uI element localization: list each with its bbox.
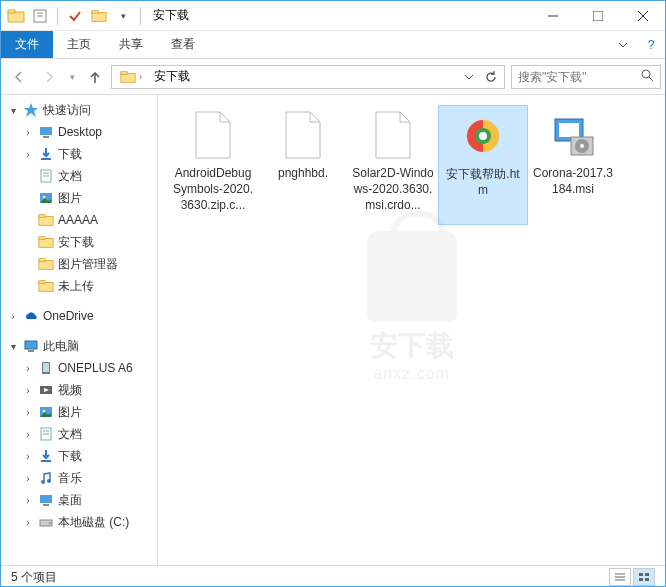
sidebar-anxz[interactable]: ›安下载	[1, 231, 157, 253]
address-dropdown-icon[interactable]	[458, 66, 480, 88]
file-label: Solar2D-Windows-2020.3630.msi.crdo...	[352, 165, 434, 213]
star-icon	[22, 101, 40, 119]
sidebar-oneplus[interactable]: ›ONEPLUS A6	[1, 357, 157, 379]
sidebar-thispc[interactable]: ▾此电脑	[1, 335, 157, 357]
main: ▾快速访问 ›Desktop ›下载 ›文档 ›图片 ›AAAAA ›安下载 ›…	[1, 95, 665, 565]
download-icon	[37, 145, 55, 163]
ribbon-tab-file[interactable]: 文件	[1, 31, 53, 58]
file-item[interactable]: pnghhbd.	[258, 105, 348, 225]
svg-rect-18	[43, 136, 49, 138]
blank-file-icon	[187, 109, 239, 161]
sidebar-desktop2[interactable]: ›桌面	[1, 489, 157, 511]
maximize-button[interactable]	[575, 1, 620, 31]
up-button[interactable]	[81, 63, 109, 91]
label: Desktop	[58, 125, 102, 139]
search-icon[interactable]	[641, 69, 654, 85]
label: 下载	[58, 448, 82, 465]
sidebar-downloads[interactable]: ›下载	[1, 143, 157, 165]
folder-icon[interactable]	[5, 5, 27, 27]
ribbon-tab-home[interactable]: 主页	[53, 31, 105, 58]
help-icon[interactable]: ?	[637, 31, 665, 58]
svg-rect-33	[25, 341, 37, 349]
file-label: 安下载帮助.htm	[443, 166, 523, 198]
picture-icon	[37, 189, 55, 207]
back-button[interactable]	[5, 63, 33, 91]
label: ONEPLUS A6	[58, 361, 133, 375]
svg-rect-17	[40, 127, 52, 135]
file-item[interactable]: AndroidDebugSymbols-2020.3630.zip.c...	[168, 105, 258, 225]
svg-rect-26	[39, 215, 45, 218]
sidebar-documents2[interactable]: ›文档	[1, 423, 157, 445]
sidebar-aaaaa[interactable]: ›AAAAA	[1, 209, 157, 231]
details-view-button[interactable]	[609, 568, 631, 586]
address-crumb[interactable]: 安下载	[148, 66, 196, 88]
search-input[interactable]	[518, 70, 637, 84]
svg-rect-31	[39, 282, 53, 291]
qat-dropdown-icon[interactable]: ▾	[112, 5, 134, 27]
ribbon-tab-share[interactable]: 共享	[105, 31, 157, 58]
svg-rect-12	[121, 73, 135, 82]
label: 下载	[58, 146, 82, 163]
desktop-icon	[37, 123, 55, 141]
file-item[interactable]: Solar2D-Windows-2020.3630.msi.crdo...	[348, 105, 438, 225]
svg-rect-48	[43, 504, 49, 506]
sidebar-downloads2[interactable]: ›下载	[1, 445, 157, 467]
address-bar[interactable]: › 安下载	[111, 65, 505, 89]
ribbon-expand-icon[interactable]	[609, 31, 637, 58]
view-buttons	[609, 568, 655, 586]
sidebar-notuploaded[interactable]: ›未上传	[1, 275, 157, 297]
label: 未上传	[58, 278, 94, 295]
folder-icon	[37, 255, 55, 273]
watermark-text2: anxz.com	[367, 365, 457, 383]
svg-rect-36	[43, 363, 49, 372]
sidebar-onedrive[interactable]: ›OneDrive	[1, 305, 157, 327]
svg-point-53	[479, 132, 487, 140]
minimize-button[interactable]	[530, 1, 575, 31]
svg-rect-65	[645, 578, 649, 581]
sidebar-music[interactable]: ›音乐	[1, 467, 157, 489]
address-folder-icon[interactable]: ›	[114, 66, 148, 88]
forward-button[interactable]	[35, 63, 63, 91]
svg-rect-30	[39, 259, 45, 262]
folder-small-icon[interactable]	[88, 5, 110, 27]
file-item[interactable]: 安下载帮助.htm	[438, 105, 528, 225]
svg-line-15	[649, 77, 653, 81]
check-icon[interactable]	[64, 5, 86, 27]
file-label: AndroidDebugSymbols-2020.3630.zip.c...	[172, 165, 254, 213]
blank-file-icon	[277, 109, 329, 161]
sidebar-localdisk[interactable]: ›本地磁盘 (C:)	[1, 511, 157, 533]
refresh-button[interactable]	[480, 66, 502, 88]
svg-point-58	[580, 144, 584, 148]
desktop-icon	[37, 491, 55, 509]
sidebar-pictures[interactable]: ›图片	[1, 187, 157, 209]
label: 音乐	[58, 470, 82, 487]
sidebar-documents[interactable]: ›文档	[1, 165, 157, 187]
ribbon-tab-view[interactable]: 查看	[157, 31, 209, 58]
folder-icon	[37, 277, 55, 295]
svg-rect-29	[39, 260, 53, 269]
svg-rect-55	[559, 123, 579, 137]
titlebar: ▾ 安下载	[1, 1, 665, 31]
svg-rect-8	[593, 11, 603, 21]
search-box[interactable]	[511, 65, 661, 89]
sidebar-quick-access[interactable]: ▾快速访问	[1, 99, 157, 121]
svg-rect-6	[92, 10, 98, 13]
history-dropdown-icon[interactable]: ▾	[65, 63, 79, 91]
icons-view-button[interactable]	[633, 568, 655, 586]
properties-icon[interactable]	[29, 5, 51, 27]
sidebar-desktop[interactable]: ›Desktop	[1, 121, 157, 143]
video-icon	[37, 381, 55, 399]
sidebar-videos[interactable]: ›视频	[1, 379, 157, 401]
sidebar-pictures2[interactable]: ›图片	[1, 401, 157, 423]
folder-icon	[37, 211, 55, 229]
file-item[interactable]: Corona-2017.3184.msi	[528, 105, 618, 225]
sidebar[interactable]: ▾快速访问 ›Desktop ›下载 ›文档 ›图片 ›AAAAA ›安下载 ›…	[1, 95, 158, 565]
content-pane[interactable]: 安下载 anxz.com AndroidDebugSymbols-2020.36…	[158, 95, 665, 565]
ribbon-spacer	[209, 31, 609, 58]
label: 此电脑	[43, 338, 79, 355]
label: 视频	[58, 382, 82, 399]
close-button[interactable]	[620, 1, 665, 31]
document-icon	[37, 425, 55, 443]
music-icon	[37, 469, 55, 487]
sidebar-picmgr[interactable]: ›图片管理器	[1, 253, 157, 275]
